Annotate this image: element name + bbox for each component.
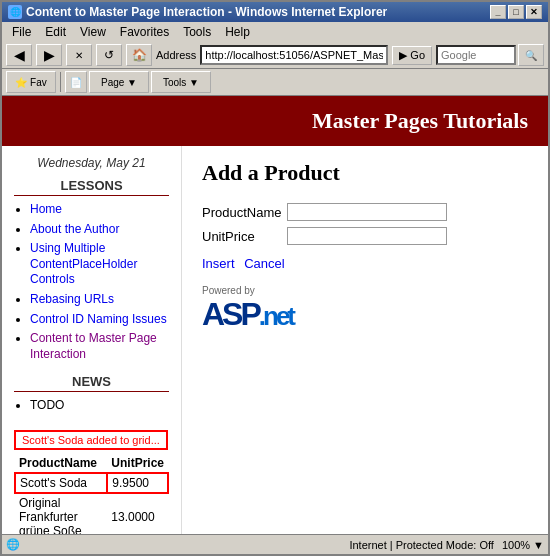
news-section-title: NEWS xyxy=(14,374,169,392)
stop-button[interactable]: ✕ xyxy=(66,44,92,66)
protected-mode-status: Internet | Protected Mode: Off xyxy=(349,539,494,551)
nav-interaction[interactable]: Content to Master Page Interaction xyxy=(30,331,157,361)
product-table: ProductName UnitPrice Scott's Soda9.9500… xyxy=(14,454,169,534)
tools-menu[interactable]: Tools xyxy=(177,24,217,40)
add-product-form: ProductName UnitPrice xyxy=(202,200,453,248)
file-menu[interactable]: File xyxy=(6,24,37,40)
address-field[interactable]: http://localhost:51056/ASPNET_MasterPage… xyxy=(200,45,388,65)
menu-bar: File Edit View Favorites Tools Help xyxy=(2,22,548,42)
nav-rebasing[interactable]: Rebasing URLs xyxy=(30,292,114,306)
list-item: Using Multiple ContentPlaceHolder Contro… xyxy=(30,241,169,288)
search-button[interactable]: 🔍 xyxy=(518,44,544,66)
nav-control-id[interactable]: Control ID Naming Issues xyxy=(30,312,167,326)
add-to-favorites-button[interactable]: Page ▼ xyxy=(89,71,149,93)
site-header: Master Pages Tutorials xyxy=(2,96,548,146)
title-bar: 🌐 Content to Master Page Interaction - W… xyxy=(2,2,548,22)
toolbar: ⭐ Fav 📄 Page ▼ Tools ▼ xyxy=(2,68,548,95)
go-button[interactable]: ▶ Go xyxy=(392,46,432,65)
home-button[interactable]: 🏠 xyxy=(126,44,152,66)
browser-chrome: File Edit View Favorites Tools Help ◀ ▶ … xyxy=(2,22,548,96)
back-button[interactable]: ◀ xyxy=(6,44,32,66)
form-actions: Insert Cancel xyxy=(202,256,528,271)
unit-price-input[interactable] xyxy=(287,227,447,245)
unit-price-cell: 13.0000 xyxy=(107,493,168,534)
sidebar: Wednesday, May 21 LESSONS Home About the… xyxy=(2,146,182,534)
address-label: Address xyxy=(156,49,196,61)
asp-logo: ASP.net xyxy=(202,296,293,333)
alert-message: Scott's Soda added to grid... xyxy=(14,430,168,450)
asp-logo-container: ASP.net xyxy=(202,296,528,333)
page-icon[interactable]: 📄 xyxy=(65,71,87,93)
view-menu[interactable]: View xyxy=(74,24,112,40)
news-item-label: TODO xyxy=(30,398,64,412)
status-right: Internet | Protected Mode: Off 100% ▼ xyxy=(349,539,544,551)
tools-button[interactable]: Tools ▼ xyxy=(151,71,211,93)
table-row: Original Frankfurter grüne Soße13.0000 xyxy=(15,493,168,534)
news-list: TODO xyxy=(14,398,169,412)
list-item: About the Author xyxy=(30,222,169,238)
unit-price-label: UnitPrice xyxy=(202,224,287,248)
product-name-label: ProductName xyxy=(202,200,287,224)
product-name-input[interactable] xyxy=(287,203,447,221)
col-unit-price: UnitPrice xyxy=(107,454,168,473)
status-icon: 🌐 xyxy=(6,538,20,551)
address-bar: ◀ ▶ ✕ ↺ 🏠 Address http://localhost:51056… xyxy=(2,42,548,68)
content-area: Add a Product ProductName UnitPrice Inse… xyxy=(182,146,548,534)
product-name-cell: Scott's Soda xyxy=(15,473,107,493)
page-title: Add a Product xyxy=(202,160,528,186)
main-layout: Wednesday, May 21 LESSONS Home About the… xyxy=(2,146,548,534)
minimize-button[interactable]: _ xyxy=(490,5,506,19)
list-item: Home xyxy=(30,202,169,218)
status-bar: 🌐 Internet | Protected Mode: Off 100% ▼ xyxy=(2,534,548,554)
browser-window: 🌐 Content to Master Page Interaction - W… xyxy=(0,0,550,556)
favorites-menu[interactable]: Favorites xyxy=(114,24,175,40)
window-controls[interactable]: _ □ ✕ xyxy=(490,5,542,19)
table-row: Scott's Soda9.9500 xyxy=(15,473,168,493)
zoom-level[interactable]: 100% ▼ xyxy=(502,539,544,551)
list-item: Control ID Naming Issues xyxy=(30,312,169,328)
powered-by-label: Powered by xyxy=(202,285,528,296)
powered-by-section: Powered by ASP.net xyxy=(202,285,528,333)
help-menu[interactable]: Help xyxy=(219,24,256,40)
list-item: Content to Master Page Interaction xyxy=(30,331,169,362)
list-item: Rebasing URLs xyxy=(30,292,169,308)
close-button[interactable]: ✕ xyxy=(526,5,542,19)
cancel-button[interactable]: Cancel xyxy=(244,256,284,271)
product-name-cell: Original Frankfurter grüne Soße xyxy=(15,493,107,534)
window-title: Content to Master Page Interaction - Win… xyxy=(26,5,387,19)
maximize-button[interactable]: □ xyxy=(508,5,524,19)
site-title: Master Pages Tutorials xyxy=(312,108,528,133)
forward-button[interactable]: ▶ xyxy=(36,44,62,66)
nav-home[interactable]: Home xyxy=(30,202,62,216)
nav-multiple-content[interactable]: Using Multiple ContentPlaceHolder Contro… xyxy=(30,241,137,286)
col-product-name: ProductName xyxy=(15,454,107,473)
lessons-nav: Home About the Author Using Multiple Con… xyxy=(14,202,169,362)
favorites-button[interactable]: ⭐ Fav xyxy=(6,71,56,93)
search-area: 🔍 xyxy=(436,44,544,66)
sidebar-date: Wednesday, May 21 xyxy=(14,156,169,170)
list-item: TODO xyxy=(30,398,169,412)
url-text: http://localhost:51056/ASPNET_MasterPage… xyxy=(205,49,383,61)
insert-button[interactable]: Insert xyxy=(202,256,235,271)
refresh-button[interactable]: ↺ xyxy=(96,44,122,66)
page-content: Master Pages Tutorials Wednesday, May 21… xyxy=(2,96,548,534)
lessons-section-title: LESSONS xyxy=(14,178,169,196)
nav-about[interactable]: About the Author xyxy=(30,222,119,236)
edit-menu[interactable]: Edit xyxy=(39,24,72,40)
search-input[interactable] xyxy=(436,45,516,65)
browser-icon: 🌐 xyxy=(8,5,22,19)
unit-price-cell: 9.9500 xyxy=(107,473,168,493)
